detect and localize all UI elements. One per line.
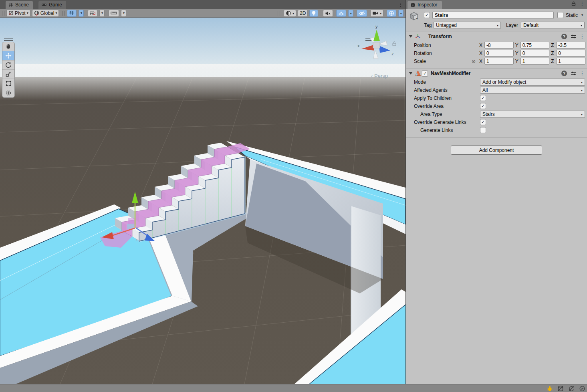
presets-icon[interactable]: [571, 71, 576, 76]
navmeshmodifier-enabled-checkbox[interactable]: ✓: [422, 71, 428, 77]
mode-dropdown[interactable]: Add or Modify object▾: [480, 79, 585, 86]
grid-icon: [69, 10, 75, 16]
foldout-icon[interactable]: [409, 35, 413, 38]
presets-icon[interactable]: [571, 34, 576, 39]
scene-audio-button[interactable]: [323, 10, 333, 17]
progress-check-icon[interactable]: [579, 386, 585, 392]
grid-options-caret[interactable]: ▾: [79, 10, 84, 17]
toolbar-drag-handle[interactable]: [2, 11, 4, 16]
generate-links-label: Generate Links: [420, 127, 453, 133]
tab-inspector[interactable]: Inspector: [407, 1, 442, 9]
gizmo-x-label: x: [357, 43, 360, 48]
affected-agents-dropdown[interactable]: All▾: [480, 87, 585, 94]
camera-icon: [372, 11, 379, 16]
effects-caret[interactable]: ▾: [348, 10, 353, 17]
override-generate-links-row: Override Generate Links ✓: [406, 118, 587, 126]
snap-increment-button[interactable]: [109, 10, 119, 17]
position-x-field[interactable]: -8: [484, 42, 514, 48]
rotation-y-field[interactable]: 0: [520, 50, 550, 57]
rotation-row: Rotation X 0 Y 0 Z 0: [406, 49, 587, 57]
override-area-checkbox[interactable]: ✓: [480, 103, 486, 109]
global-toggle-button[interactable]: Global ▾: [32, 10, 59, 17]
static-checkbox[interactable]: [557, 12, 563, 18]
scale-label: Scale: [414, 59, 426, 64]
gameobject-name-field[interactable]: Stairs: [432, 12, 554, 19]
viewport-lock-icon[interactable]: [392, 41, 397, 46]
effects-toggle-button[interactable]: [336, 10, 346, 17]
component-menu-icon[interactable]: ⋮: [580, 71, 585, 76]
scale-y-field[interactable]: 1: [520, 58, 550, 65]
auto-refresh-disabled-icon[interactable]: [568, 386, 575, 392]
2d-mode-button[interactable]: 2D: [298, 10, 308, 17]
apply-to-children-checkbox[interactable]: ✓: [480, 95, 486, 101]
static-flags-caret[interactable]: ▾: [581, 13, 583, 17]
navmeshmodifier-title: NavMeshModifier: [431, 71, 470, 76]
grid-visibility-button[interactable]: [67, 10, 77, 17]
layer-dropdown[interactable]: Default▾: [521, 22, 585, 29]
rotate-tool[interactable]: [2, 61, 14, 70]
transform-header[interactable]: Transform ? ⋮: [406, 32, 587, 41]
transform-component: Transform ? ⋮ Position X -8 Y 0.75 Z: [406, 32, 587, 69]
toolbar-drag-handle-2[interactable]: [63, 11, 65, 16]
snap-options-caret[interactable]: ▾: [99, 10, 105, 17]
gizmo-z-cone[interactable]: [379, 46, 390, 53]
pivot-toggle-button[interactable]: Pivot ▾: [6, 10, 30, 17]
gameobject-active-checkbox[interactable]: ✓: [424, 12, 430, 18]
gizmos-caret[interactable]: ▾: [398, 10, 403, 17]
camera-settings-button[interactable]: ▾: [370, 10, 383, 17]
scene-toolbar: Pivot ▾ Global ▾ ▾ ▾: [0, 9, 405, 18]
override-generate-links-checkbox[interactable]: ✓: [480, 119, 486, 125]
component-menu-icon[interactable]: ⋮: [580, 34, 585, 39]
position-y-field[interactable]: 0.75: [520, 42, 550, 48]
2d-label: 2D: [300, 10, 306, 16]
position-label: Position: [414, 42, 431, 48]
tools-overlay-handle[interactable]: [4, 38, 13, 41]
persp-label[interactable]: ‹Persp: [371, 73, 388, 79]
status-bar: [0, 384, 587, 392]
foldout-icon[interactable]: [409, 72, 413, 75]
scene-pane-menu-icon[interactable]: ⋮: [398, 2, 403, 8]
scale-z-field[interactable]: 1: [556, 58, 585, 65]
add-component-button[interactable]: Add Component: [451, 145, 542, 155]
rotation-x-field[interactable]: 0: [484, 50, 514, 57]
area-type-row: Area Type Stairs▾: [406, 110, 587, 118]
hand-icon: [5, 43, 12, 50]
move-tool[interactable]: [2, 51, 14, 61]
cache-server-icon[interactable]: [557, 386, 564, 392]
scene-visibility-button[interactable]: [357, 10, 367, 17]
constrain-proportions-icon[interactable]: ⊘: [472, 59, 476, 64]
transform-tool[interactable]: [2, 88, 14, 97]
tab-scene[interactable]: Scene: [6, 1, 33, 9]
icon-select-caret[interactable]: ▾: [416, 17, 418, 20]
debugger-bug-icon[interactable]: [547, 386, 553, 392]
navmeshmodifier-header[interactable]: ✓ NavMeshModifier ? ⋮: [406, 69, 587, 78]
help-icon[interactable]: ?: [561, 34, 567, 39]
gizmos-toggle-button[interactable]: [387, 10, 396, 17]
scene-viewport[interactable]: y x z ‹Persp: [0, 18, 405, 384]
axis-y-label: Y: [515, 42, 519, 48]
snap-increment-caret[interactable]: ▾: [121, 10, 126, 17]
tab-game[interactable]: Game: [38, 1, 66, 9]
help-icon[interactable]: ?: [561, 71, 567, 76]
scale-x-field[interactable]: 1: [484, 58, 514, 65]
generate-links-checkbox[interactable]: [480, 127, 486, 133]
area-type-dropdown[interactable]: Stairs▾: [480, 111, 585, 118]
view-hand-tool[interactable]: [2, 42, 14, 51]
inspector-menu-icon[interactable]: ⋮: [580, 1, 585, 6]
pivot-icon: [8, 10, 14, 16]
toolbar-drag-handle-3[interactable]: [278, 11, 280, 16]
tag-dropdown[interactable]: Untagged▾: [434, 22, 501, 29]
rotation-z-field[interactable]: 0: [556, 50, 585, 57]
shading-mode-button[interactable]: ▾: [284, 10, 296, 17]
scene-lighting-button[interactable]: [309, 10, 318, 17]
gizmo-x-cone[interactable]: [361, 45, 374, 51]
scale-tool[interactable]: [2, 70, 14, 79]
gamepad-icon: [41, 2, 47, 7]
snap-toggle-button[interactable]: [88, 10, 97, 17]
position-z-field[interactable]: -3.5: [556, 42, 585, 48]
inspector-pane: Inspector ⋮ ▾ ✓ Stairs Static ▾: [405, 0, 587, 384]
lock-icon[interactable]: [571, 1, 576, 6]
gizmo-y-cone[interactable]: [373, 30, 380, 41]
override-generate-links-label: Override Generate Links: [414, 119, 466, 125]
rect-tool[interactable]: [2, 79, 14, 88]
